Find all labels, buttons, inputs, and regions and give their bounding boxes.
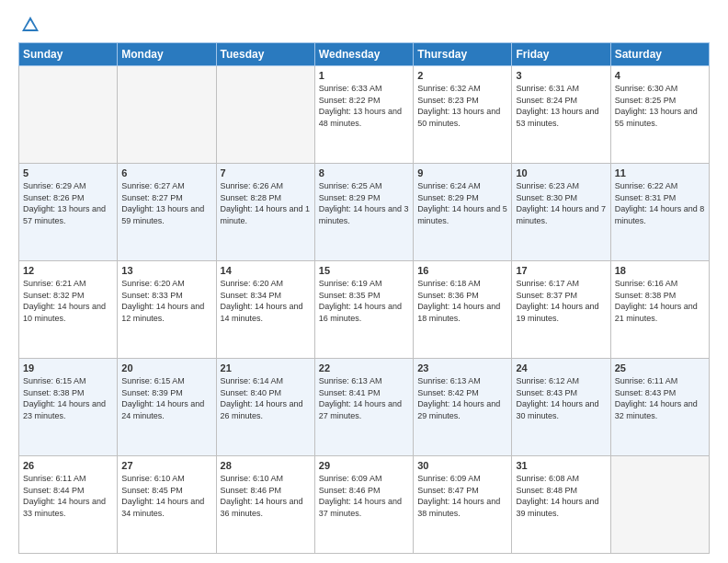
day-number: 4 bbox=[615, 70, 705, 81]
calendar-cell: 25Sunrise: 6:11 AM Sunset: 8:43 PM Dayli… bbox=[610, 359, 709, 456]
calendar-cell: 1Sunrise: 6:33 AM Sunset: 8:22 PM Daylig… bbox=[314, 66, 413, 164]
calendar-cell: 9Sunrise: 6:24 AM Sunset: 8:29 PM Daylig… bbox=[414, 164, 512, 261]
day-info: Sunrise: 6:15 AM Sunset: 8:39 PM Dayligh… bbox=[121, 375, 211, 421]
calendar-cell: 12Sunrise: 6:21 AM Sunset: 8:32 PM Dayli… bbox=[19, 261, 118, 359]
logo bbox=[18, 15, 42, 35]
calendar-cell: 21Sunrise: 6:14 AM Sunset: 8:40 PM Dayli… bbox=[216, 359, 314, 456]
day-number: 24 bbox=[516, 362, 606, 373]
day-number: 19 bbox=[23, 362, 113, 373]
day-number: 26 bbox=[23, 460, 113, 471]
day-number: 2 bbox=[417, 70, 507, 81]
calendar-cell: 28Sunrise: 6:10 AM Sunset: 8:46 PM Dayli… bbox=[216, 456, 314, 554]
day-info: Sunrise: 6:11 AM Sunset: 8:44 PM Dayligh… bbox=[23, 473, 113, 519]
calendar-cell bbox=[118, 66, 216, 164]
calendar-cell: 20Sunrise: 6:15 AM Sunset: 8:39 PM Dayli… bbox=[118, 359, 216, 456]
calendar-cell: 29Sunrise: 6:09 AM Sunset: 8:46 PM Dayli… bbox=[314, 456, 413, 554]
day-number: 14 bbox=[221, 265, 311, 276]
header bbox=[18, 15, 710, 35]
week-row-2: 12Sunrise: 6:21 AM Sunset: 8:32 PM Dayli… bbox=[19, 261, 710, 359]
calendar-cell: 7Sunrise: 6:26 AM Sunset: 8:28 PM Daylig… bbox=[216, 164, 314, 261]
calendar-cell: 3Sunrise: 6:31 AM Sunset: 8:24 PM Daylig… bbox=[512, 66, 610, 164]
calendar-cell: 14Sunrise: 6:20 AM Sunset: 8:34 PM Dayli… bbox=[216, 261, 314, 359]
day-info: Sunrise: 6:19 AM Sunset: 8:35 PM Dayligh… bbox=[319, 278, 409, 324]
calendar-cell: 11Sunrise: 6:22 AM Sunset: 8:31 PM Dayli… bbox=[610, 164, 709, 261]
day-info: Sunrise: 6:09 AM Sunset: 8:47 PM Dayligh… bbox=[417, 473, 507, 519]
day-number: 3 bbox=[516, 70, 606, 81]
calendar-cell: 26Sunrise: 6:11 AM Sunset: 8:44 PM Dayli… bbox=[19, 456, 118, 554]
day-number: 1 bbox=[319, 70, 409, 81]
calendar-cell: 15Sunrise: 6:19 AM Sunset: 8:35 PM Dayli… bbox=[314, 261, 413, 359]
day-info: Sunrise: 6:23 AM Sunset: 8:30 PM Dayligh… bbox=[516, 180, 606, 226]
day-info: Sunrise: 6:29 AM Sunset: 8:26 PM Dayligh… bbox=[23, 180, 113, 226]
calendar-cell bbox=[19, 66, 118, 164]
day-number: 31 bbox=[516, 460, 606, 471]
calendar-cell: 10Sunrise: 6:23 AM Sunset: 8:30 PM Dayli… bbox=[512, 164, 610, 261]
calendar-cell: 30Sunrise: 6:09 AM Sunset: 8:47 PM Dayli… bbox=[414, 456, 512, 554]
day-info: Sunrise: 6:13 AM Sunset: 8:41 PM Dayligh… bbox=[319, 375, 409, 421]
day-number: 16 bbox=[417, 265, 507, 276]
calendar-cell: 22Sunrise: 6:13 AM Sunset: 8:41 PM Dayli… bbox=[314, 359, 413, 456]
day-number: 29 bbox=[319, 460, 409, 471]
day-info: Sunrise: 6:24 AM Sunset: 8:29 PM Dayligh… bbox=[417, 180, 507, 226]
day-info: Sunrise: 6:18 AM Sunset: 8:36 PM Dayligh… bbox=[417, 278, 507, 324]
calendar-cell: 6Sunrise: 6:27 AM Sunset: 8:27 PM Daylig… bbox=[118, 164, 216, 261]
day-info: Sunrise: 6:16 AM Sunset: 8:38 PM Dayligh… bbox=[615, 278, 705, 324]
week-row-4: 26Sunrise: 6:11 AM Sunset: 8:44 PM Dayli… bbox=[19, 456, 710, 554]
calendar-cell: 27Sunrise: 6:10 AM Sunset: 8:45 PM Dayli… bbox=[118, 456, 216, 554]
day-number: 27 bbox=[121, 460, 211, 471]
weekday-header-thursday: Thursday bbox=[414, 43, 512, 66]
calendar-cell: 18Sunrise: 6:16 AM Sunset: 8:38 PM Dayli… bbox=[610, 261, 709, 359]
day-number: 20 bbox=[121, 362, 211, 373]
day-number: 22 bbox=[319, 362, 409, 373]
calendar-cell: 16Sunrise: 6:18 AM Sunset: 8:36 PM Dayli… bbox=[414, 261, 512, 359]
day-number: 6 bbox=[121, 167, 211, 178]
day-info: Sunrise: 6:17 AM Sunset: 8:37 PM Dayligh… bbox=[516, 278, 606, 324]
weekday-header-wednesday: Wednesday bbox=[314, 43, 413, 66]
day-number: 13 bbox=[121, 265, 211, 276]
day-number: 30 bbox=[417, 460, 507, 471]
day-info: Sunrise: 6:26 AM Sunset: 8:28 PM Dayligh… bbox=[221, 180, 311, 226]
day-info: Sunrise: 6:33 AM Sunset: 8:22 PM Dayligh… bbox=[319, 83, 409, 129]
day-info: Sunrise: 6:25 AM Sunset: 8:29 PM Dayligh… bbox=[319, 180, 409, 226]
week-row-3: 19Sunrise: 6:15 AM Sunset: 8:38 PM Dayli… bbox=[19, 359, 710, 456]
day-info: Sunrise: 6:27 AM Sunset: 8:27 PM Dayligh… bbox=[121, 180, 211, 226]
day-number: 10 bbox=[516, 167, 606, 178]
day-number: 5 bbox=[23, 167, 113, 178]
calendar-header-row: SundayMondayTuesdayWednesdayThursdayFrid… bbox=[19, 43, 710, 66]
day-info: Sunrise: 6:11 AM Sunset: 8:43 PM Dayligh… bbox=[615, 375, 705, 421]
logo-icon bbox=[20, 15, 40, 35]
calendar-cell: 23Sunrise: 6:13 AM Sunset: 8:42 PM Dayli… bbox=[414, 359, 512, 456]
day-number: 18 bbox=[615, 265, 705, 276]
day-number: 17 bbox=[516, 265, 606, 276]
day-info: Sunrise: 6:10 AM Sunset: 8:45 PM Dayligh… bbox=[121, 473, 211, 519]
calendar-cell bbox=[610, 456, 709, 554]
calendar-cell: 8Sunrise: 6:25 AM Sunset: 8:29 PM Daylig… bbox=[314, 164, 413, 261]
day-info: Sunrise: 6:22 AM Sunset: 8:31 PM Dayligh… bbox=[615, 180, 705, 226]
day-number: 28 bbox=[221, 460, 311, 471]
weekday-header-friday: Friday bbox=[512, 43, 610, 66]
day-info: Sunrise: 6:09 AM Sunset: 8:46 PM Dayligh… bbox=[319, 473, 409, 519]
logo-text bbox=[18, 15, 42, 35]
day-number: 11 bbox=[615, 167, 705, 178]
day-number: 21 bbox=[221, 362, 311, 373]
calendar-cell bbox=[216, 66, 314, 164]
day-info: Sunrise: 6:13 AM Sunset: 8:42 PM Dayligh… bbox=[417, 375, 507, 421]
day-info: Sunrise: 6:20 AM Sunset: 8:34 PM Dayligh… bbox=[221, 278, 311, 324]
calendar-cell: 31Sunrise: 6:08 AM Sunset: 8:48 PM Dayli… bbox=[512, 456, 610, 554]
day-number: 12 bbox=[23, 265, 113, 276]
day-number: 7 bbox=[221, 167, 311, 178]
calendar-cell: 13Sunrise: 6:20 AM Sunset: 8:33 PM Dayli… bbox=[118, 261, 216, 359]
calendar-cell: 4Sunrise: 6:30 AM Sunset: 8:25 PM Daylig… bbox=[610, 66, 709, 164]
weekday-header-sunday: Sunday bbox=[19, 43, 118, 66]
weekday-header-tuesday: Tuesday bbox=[216, 43, 314, 66]
day-number: 8 bbox=[319, 167, 409, 178]
calendar-cell: 17Sunrise: 6:17 AM Sunset: 8:37 PM Dayli… bbox=[512, 261, 610, 359]
week-row-1: 5Sunrise: 6:29 AM Sunset: 8:26 PM Daylig… bbox=[19, 164, 710, 261]
day-info: Sunrise: 6:30 AM Sunset: 8:25 PM Dayligh… bbox=[615, 83, 705, 129]
day-info: Sunrise: 6:12 AM Sunset: 8:43 PM Dayligh… bbox=[516, 375, 606, 421]
calendar-cell: 5Sunrise: 6:29 AM Sunset: 8:26 PM Daylig… bbox=[19, 164, 118, 261]
day-info: Sunrise: 6:15 AM Sunset: 8:38 PM Dayligh… bbox=[23, 375, 113, 421]
day-info: Sunrise: 6:10 AM Sunset: 8:46 PM Dayligh… bbox=[221, 473, 311, 519]
day-number: 15 bbox=[319, 265, 409, 276]
day-number: 25 bbox=[615, 362, 705, 373]
